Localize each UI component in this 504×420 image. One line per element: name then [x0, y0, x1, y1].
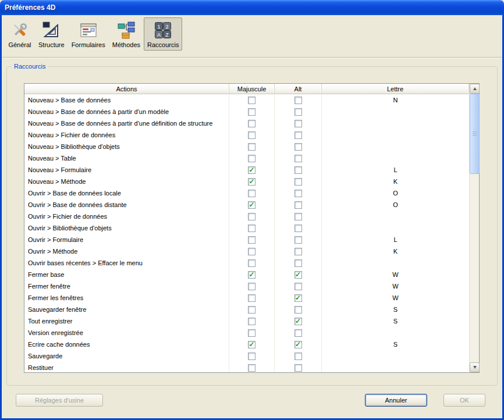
factory-settings-button[interactable]: Réglages d'usine: [16, 394, 103, 407]
alt-checkbox[interactable]: [294, 353, 302, 360]
table-row[interactable]: Sauvegarder fenêtreS: [24, 304, 469, 315]
toolbar-item-formulaires[interactable]: Formulaires: [68, 17, 109, 51]
majuscule-checkbox[interactable]: [248, 97, 255, 104]
majuscule-checkbox[interactable]: [248, 236, 255, 244]
scroll-thumb[interactable]: [470, 94, 480, 174]
table-row[interactable]: Nouveau > Table: [24, 152, 469, 164]
table-row[interactable]: Ouvrir > Base de données localeO: [24, 187, 469, 199]
alt-checkbox[interactable]: [294, 271, 302, 279]
table-row[interactable]: Nouveau > Base de données à partir d'une…: [24, 118, 469, 129]
arrow-down-icon: [473, 366, 477, 369]
table-row[interactable]: Nouveau > FormulaireL: [24, 164, 469, 176]
majuscule-checkbox[interactable]: [248, 178, 255, 186]
alt-checkbox[interactable]: [294, 283, 302, 290]
alt-checkbox[interactable]: [294, 306, 302, 314]
alt-checkbox[interactable]: [294, 236, 302, 244]
table-row[interactable]: Ouvrir bases récentes > Effacer le menu: [24, 257, 469, 269]
alt-checkbox[interactable]: [294, 225, 302, 232]
table-row[interactable]: Ouvrir > Bibliothèque d'objets: [24, 222, 469, 234]
table-row[interactable]: Nouveau > Base de données à partir d'un …: [24, 106, 469, 118]
majuscule-checkbox[interactable]: [248, 108, 255, 116]
alt-checkbox[interactable]: [294, 166, 302, 174]
majuscule-checkbox[interactable]: [248, 259, 255, 267]
table-row[interactable]: Ouvrir > Base de données distanteO: [24, 199, 469, 211]
majuscule-checkbox[interactable]: [248, 294, 255, 302]
table-row[interactable]: Nouveau > Bibliothèque d'objets: [24, 141, 469, 152]
majuscule-checkbox[interactable]: [248, 131, 255, 139]
ok-button[interactable]: OK: [443, 394, 485, 407]
table-row[interactable]: Sauvegarde: [24, 350, 469, 362]
alt-checkbox[interactable]: [294, 329, 302, 337]
table-row[interactable]: Nouveau > MéthodeK: [24, 176, 469, 187]
scroll-up-button[interactable]: [470, 84, 480, 94]
toolbar-item-methodes[interactable]: Méthodes: [109, 17, 144, 51]
cancel-button[interactable]: Annuler: [365, 394, 427, 407]
majuscule-checkbox[interactable]: [248, 271, 255, 279]
majuscule-checkbox[interactable]: [248, 318, 255, 325]
alt-checkbox[interactable]: [294, 97, 302, 104]
majuscule-checkbox[interactable]: [248, 283, 255, 290]
majuscule-checkbox[interactable]: [248, 306, 255, 314]
table-row[interactable]: Ouvrir > FormulaireL: [24, 234, 469, 245]
majuscule-checkbox[interactable]: [248, 341, 255, 348]
table-row[interactable]: Restituer: [24, 362, 469, 372]
table-row[interactable]: Fermer les fenêtresW: [24, 292, 469, 304]
alt-checkbox[interactable]: [294, 294, 302, 302]
header-majuscule[interactable]: Majuscule: [229, 84, 275, 94]
alt-checkbox[interactable]: [294, 108, 302, 116]
table-row[interactable]: Tout enregistrerS: [24, 315, 469, 327]
table-row[interactable]: Fermer baseW: [24, 269, 469, 280]
shortcut-letter: [322, 152, 469, 164]
table-row[interactable]: Version enregistrée: [24, 327, 469, 339]
alt-checkbox[interactable]: [294, 213, 302, 220]
majuscule-checkbox[interactable]: [248, 248, 255, 255]
majuscule-checkbox[interactable]: [248, 201, 255, 209]
alt-checkbox[interactable]: [294, 318, 302, 325]
toolbar-item-label: Formulaires: [72, 41, 105, 48]
header-lettre[interactable]: Lettre: [322, 84, 469, 94]
alt-checkbox[interactable]: [294, 120, 302, 127]
checkbox-cell: [229, 257, 275, 269]
checkbox-cell: [275, 327, 322, 339]
toolbar-item-general[interactable]: Général: [5, 17, 35, 51]
table-row[interactable]: Nouveau > Base de donnéesN: [24, 94, 469, 106]
alt-checkbox[interactable]: [294, 178, 302, 186]
shortcut-letter: N: [322, 94, 469, 106]
table-row[interactable]: Ouvrir > Fichier de données: [24, 211, 469, 222]
table-row[interactable]: Ouvrir > MéthodeK: [24, 245, 469, 257]
table-row[interactable]: Ecrire cache donnéesS: [24, 339, 469, 350]
toolbar-item-structure[interactable]: Structure: [35, 17, 68, 51]
majuscule-checkbox[interactable]: [248, 329, 255, 337]
majuscule-checkbox[interactable]: [248, 190, 255, 197]
majuscule-checkbox[interactable]: [248, 143, 255, 151]
table-row[interactable]: Nouveau > Fichier de données: [24, 129, 469, 141]
header-alt[interactable]: Alt: [275, 84, 322, 94]
table-row[interactable]: Fermer fenêtreW: [24, 280, 469, 292]
majuscule-checkbox[interactable]: [248, 353, 255, 360]
majuscule-checkbox[interactable]: [248, 155, 255, 162]
scroll-down-button[interactable]: [470, 362, 480, 372]
checkbox-cell: [275, 339, 322, 350]
header-actions[interactable]: Actions: [24, 84, 229, 94]
majuscule-checkbox[interactable]: [248, 364, 255, 372]
toolbar-item-raccourcis[interactable]: 1 2 A Z Raccourcis: [144, 17, 182, 51]
vertical-scrollbar[interactable]: [469, 84, 479, 372]
majuscule-checkbox[interactable]: [248, 213, 255, 220]
checkbox-cell: [275, 304, 322, 315]
shortcuts-table: Actions Majuscule Alt Lettre Nouveau > B…: [24, 83, 480, 373]
majuscule-checkbox[interactable]: [248, 120, 255, 127]
tools-icon: [10, 21, 29, 40]
title-bar[interactable]: Préférences 4D: [0, 0, 504, 15]
alt-checkbox[interactable]: [294, 190, 302, 197]
majuscule-checkbox[interactable]: [248, 166, 255, 174]
majuscule-checkbox[interactable]: [248, 225, 255, 232]
alt-checkbox[interactable]: [294, 201, 302, 209]
action-label: Nouveau > Table: [24, 152, 229, 164]
alt-checkbox[interactable]: [294, 364, 302, 372]
alt-checkbox[interactable]: [294, 248, 302, 255]
alt-checkbox[interactable]: [294, 259, 302, 267]
alt-checkbox[interactable]: [294, 155, 302, 162]
alt-checkbox[interactable]: [294, 341, 302, 348]
alt-checkbox[interactable]: [294, 131, 302, 139]
alt-checkbox[interactable]: [294, 143, 302, 151]
